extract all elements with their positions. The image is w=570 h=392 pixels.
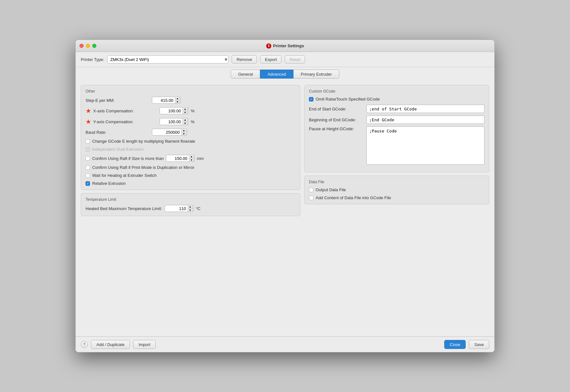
x-axis-up-arrow[interactable]: ▲ [183, 107, 188, 111]
heated-bed-up-arrow[interactable]: ▲ [188, 205, 193, 208]
window-controls [79, 44, 96, 48]
y-axis-down-arrow[interactable]: ▼ [183, 122, 188, 125]
y-axis-arrows: ▲ ▼ [183, 118, 188, 125]
x-axis-input-wrapper: ▲ ▼ [160, 107, 188, 114]
window-title-text: Printer Settings [273, 43, 304, 48]
beginning-of-end-row: Beginning of End GCode: [309, 116, 484, 124]
minimize-window-button[interactable] [86, 44, 90, 48]
step-e-down-arrow[interactable]: ▼ [175, 100, 180, 104]
y-axis-input-wrapper: ▲ ▼ [160, 118, 188, 125]
temperature-section-title: Temperature Limit [86, 197, 296, 202]
right-panel: Custom GCode Omit RaiseTouch Specified G… [304, 85, 489, 333]
add-duplicate-button[interactable]: Add / Duplicate [91, 340, 130, 349]
x-axis-row: ★ X-axis Compensation: ▲ ▼ % [86, 107, 296, 115]
output-data-file-row: Output Data File [309, 187, 484, 192]
change-gcode-row: Change GCode E length by multiplying fil… [86, 139, 296, 144]
footer-right: Close Save [444, 340, 489, 349]
help-button[interactable]: ? [81, 341, 88, 348]
confirm-raft-size-up-arrow[interactable]: ▲ [189, 155, 194, 158]
pause-at-height-field-wrapper: ;Pause Code [366, 126, 484, 166]
other-section-title: Other [86, 89, 296, 94]
printer-settings-window: ℹ Printer Settings Printer Type: ZMK3s (… [75, 40, 495, 352]
window-title: ℹ Printer Settings [266, 43, 304, 49]
output-data-file-label: Output Data File [316, 187, 346, 192]
end-of-start-field-wrapper [366, 105, 484, 113]
heated-bed-input-wrapper: ▲ ▼ [165, 205, 193, 212]
footer-left: ? Add / Duplicate Import [81, 340, 156, 349]
y-axis-star-icon: ★ [86, 118, 91, 125]
end-of-start-input[interactable] [366, 105, 484, 113]
import-button[interactable]: Import [133, 340, 156, 349]
title-bar: ℹ Printer Settings [76, 40, 494, 52]
pause-at-height-label: Pause at Height GCode: [309, 126, 363, 131]
independent-dual-label: Independent Dual Extrusion [92, 147, 143, 152]
beginning-of-end-label: Beginning of End GCode: [309, 117, 363, 122]
beginning-of-end-input[interactable] [366, 116, 484, 124]
x-axis-unit: % [191, 109, 195, 113]
step-e-row: Step-E per MM: ▲ ▼ [86, 97, 296, 104]
step-e-arrows: ▲ ▼ [175, 97, 180, 104]
close-button[interactable]: Close [444, 340, 466, 349]
omit-raisetouch-checkbox[interactable] [309, 97, 313, 102]
baud-rate-arrows: ▲ ▼ [181, 129, 186, 136]
tabs-bar: General Advanced Primary Extruder [76, 67, 494, 81]
remove-button[interactable]: Remove [232, 55, 257, 64]
x-axis-arrows: ▲ ▼ [183, 107, 188, 114]
confirm-raft-size-unit: mm [197, 156, 204, 161]
confirm-raft-size-checkbox[interactable] [86, 156, 90, 161]
close-window-button[interactable] [79, 44, 84, 48]
baud-rate-down-arrow[interactable]: ▼ [181, 132, 186, 136]
maximize-window-button[interactable] [92, 44, 96, 48]
baud-rate-label: Baud Rate: [86, 130, 149, 135]
heated-bed-row: Heated Bed Maximum Temperature Limit: ▲ … [86, 205, 296, 212]
title-icon: ℹ [266, 43, 271, 49]
data-file-section: Data File Output Data File Add Content o… [304, 176, 489, 204]
step-e-input-wrapper: ▲ ▼ [152, 97, 181, 104]
independent-dual-row: Independent Dual Extrusion [86, 147, 296, 152]
y-axis-up-arrow[interactable]: ▲ [183, 118, 188, 122]
pause-at-height-row: Pause at Height GCode: ;Pause Code [309, 126, 484, 166]
wait-heating-row: Wait for Heating at Extruder Switch [86, 173, 296, 178]
tab-general[interactable]: General [231, 70, 260, 79]
relative-extrusion-row: Relative Extrusion [86, 181, 296, 186]
baud-rate-input-wrapper: ▲ ▼ [152, 129, 187, 136]
baud-rate-up-arrow[interactable]: ▲ [181, 129, 186, 132]
save-button[interactable]: Save [469, 340, 489, 349]
confirm-raft-size-down-arrow[interactable]: ▼ [189, 158, 194, 162]
change-gcode-checkbox[interactable] [86, 139, 90, 144]
omit-raisetouch-label: Omit RaiseTouch Specified GCode [316, 97, 380, 102]
add-content-checkbox[interactable] [309, 196, 313, 200]
relative-extrusion-checkbox[interactable] [86, 181, 90, 186]
printer-type-label: Printer Type: [81, 57, 104, 62]
toolbar: Printer Type: ZMK3s (Duet 2 WiFi) Remove… [76, 52, 494, 67]
output-data-file-checkbox[interactable] [309, 188, 313, 192]
export-button[interactable]: Export [260, 55, 282, 64]
tab-primary-extruder[interactable]: Primary Extruder [293, 70, 339, 79]
x-axis-down-arrow[interactable]: ▼ [183, 111, 188, 114]
heated-bed-arrows: ▲ ▼ [188, 205, 193, 212]
confirm-raft-mode-checkbox[interactable] [86, 165, 90, 170]
confirm-raft-size-label: Confirm Using Raft if Size is more than [92, 156, 164, 161]
confirm-raft-size-row: Confirm Using Raft if Size is more than … [86, 155, 296, 162]
beginning-of-end-field-wrapper [366, 116, 484, 124]
heated-bed-unit: °C [196, 206, 201, 211]
end-of-start-row: End of Start GCode: [309, 105, 484, 113]
change-gcode-label: Change GCode E length by multiplying fil… [92, 139, 195, 144]
reset-button[interactable]: Reset [285, 55, 305, 64]
confirm-raft-size-input-wrapper: ▲ ▼ [166, 155, 195, 162]
heated-bed-down-arrow[interactable]: ▼ [188, 208, 193, 212]
wait-heating-checkbox[interactable] [86, 173, 90, 178]
x-axis-label: X-axis Compensation: [93, 109, 157, 113]
y-axis-unit: % [191, 119, 195, 124]
independent-dual-checkbox[interactable] [86, 147, 90, 152]
step-e-up-arrow[interactable]: ▲ [175, 97, 180, 100]
tab-advanced[interactable]: Advanced [260, 70, 293, 79]
pause-at-height-textarea[interactable]: ;Pause Code [366, 126, 484, 165]
confirm-raft-mode-row: Confirm Using Raft if Print Mode is Dupl… [86, 165, 296, 170]
omit-raisetouch-row: Omit RaiseTouch Specified GCode [309, 97, 484, 102]
left-panel: Other Step-E per MM: ▲ ▼ ★ X-axis Compen… [81, 85, 300, 333]
y-axis-row: ★ Y-axis Compensation: ▲ ▼ % [86, 118, 296, 125]
printer-type-select[interactable]: ZMK3s (Duet 2 WiFi) [107, 55, 229, 64]
step-e-label: Step-E per MM: [86, 98, 149, 103]
custom-gcode-section: Custom GCode Omit RaiseTouch Specified G… [304, 85, 489, 172]
